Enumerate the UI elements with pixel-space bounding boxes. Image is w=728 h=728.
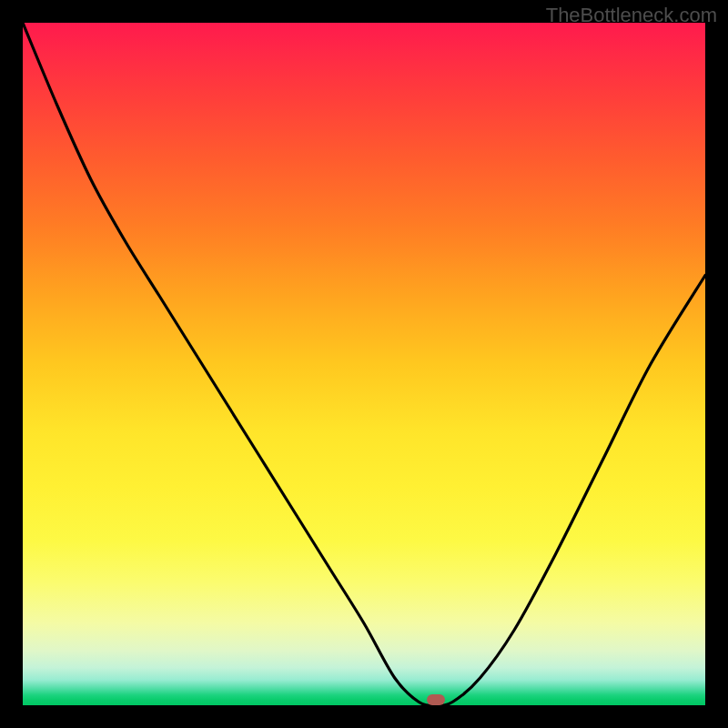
- chart-frame: TheBottleneck.com: [0, 0, 728, 728]
- bottleneck-curve-line: [23, 23, 705, 705]
- chart-curve-svg: [23, 23, 705, 705]
- optimal-point-marker: [427, 694, 445, 705]
- watermark-text: TheBottleneck.com: [546, 4, 717, 27]
